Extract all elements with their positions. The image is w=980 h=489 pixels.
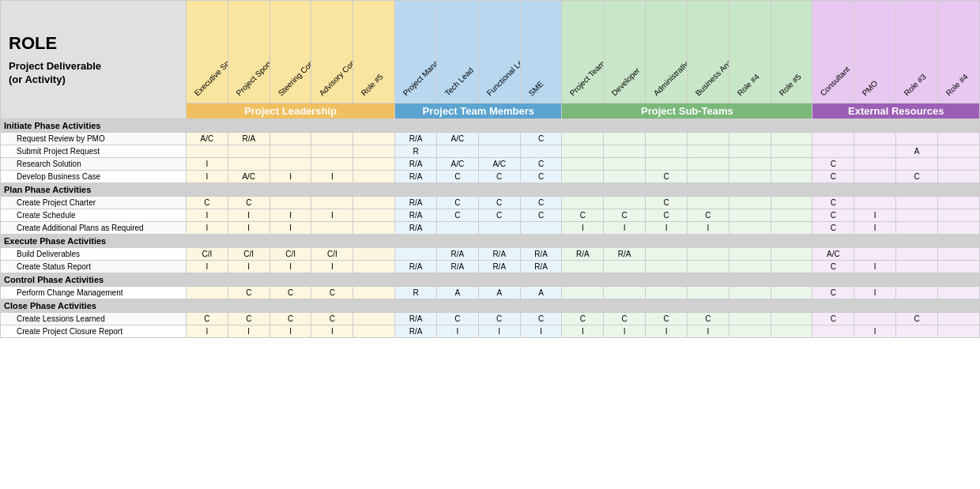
cell-value: C [812,287,854,299]
cell-value [395,248,437,261]
cell-value [729,145,771,158]
activity-name: Create Project Closure Report [1,325,187,338]
cell-value [687,145,729,158]
cell-value [646,158,688,171]
cell-value [771,145,812,158]
cell-value: C [812,313,854,325]
cell-value [353,313,395,325]
cell-value [896,222,938,235]
cell-value [729,287,771,299]
group-leadership: Project Leadership [187,103,395,119]
cell-value [353,158,395,171]
cell-value [937,145,979,158]
cell-value: C [270,313,311,325]
cell-value [311,133,353,145]
cell-value [854,248,896,261]
table-row: Create Project CharterCCR/ACCCCC [1,197,980,209]
cell-value: C [812,209,854,222]
cell-value [771,313,812,325]
cell-value [896,209,938,222]
cell-value: C [520,158,562,171]
cell-value: I [187,171,228,183]
cell-value: I [270,325,311,338]
cell-value [729,325,771,338]
cell-value [771,325,812,338]
col-header-tech-lead: Tech Lead [436,1,478,103]
cell-value: I [646,325,688,338]
activity-name: Submit Project Request [1,145,187,158]
cell-value [436,145,478,158]
cell-value [896,197,938,209]
cell-value: I [270,209,311,222]
activity-name: Develop Business Case [1,171,187,183]
cell-value: R/A [562,248,604,261]
cell-value: R/A [395,209,437,222]
activity-name: Create Project Charter [1,197,187,209]
cell-value [937,313,979,325]
cell-value: C [520,197,562,209]
col-header-pm: Project Manager [395,1,437,103]
cell-value: R/A [478,248,520,261]
col-header-role5-s: Role #5 [771,1,812,103]
cell-value: I [646,222,688,235]
table-row: Create ScheduleIIIIR/ACCCCCCCCI [1,209,980,222]
cell-value [353,145,395,158]
role-title: ROLE [9,32,178,55]
cell-value: I [187,325,228,338]
cell-value: I [854,209,896,222]
cell-value [562,133,604,145]
cell-value [604,145,646,158]
cell-value: R/A [395,325,437,338]
cell-value [729,197,771,209]
cell-value [646,261,688,273]
cell-value [771,158,812,171]
cell-value: C [436,313,478,325]
cell-value: C [478,171,520,183]
cell-value: I [436,325,478,338]
cell-value [729,222,771,235]
cell-value [187,287,228,299]
cell-value: C [896,313,938,325]
cell-value: R/A [436,248,478,261]
cell-value [478,145,520,158]
col-header-admin: Administrative Support [646,1,688,103]
cell-value [687,158,729,171]
cell-value: I [311,261,353,273]
cell-value: I [854,287,896,299]
cell-value [353,287,395,299]
col-header-role5-l: Role #5 [353,1,395,103]
cell-value [562,261,604,273]
cell-value: C [687,313,729,325]
cell-value: C [436,171,478,183]
activity-name: Research Solution [1,158,187,171]
cell-value [896,133,938,145]
cell-value: C [436,209,478,222]
cell-value: I [228,209,270,222]
cell-value [353,209,395,222]
cell-value [687,197,729,209]
cell-value: C/I [270,248,311,261]
cell-value [687,133,729,145]
cell-value: R/A [228,133,270,145]
col-header-proj-sponsor: Project Sponsor [228,1,270,103]
cell-value [771,133,812,145]
cell-value [937,209,979,222]
cell-value: I [854,325,896,338]
cell-value: I [854,222,896,235]
cell-value: R/A [520,248,562,261]
cell-value: R/A [478,261,520,273]
cell-value: C [436,197,478,209]
col-header-ba: Business Analyst [687,1,729,103]
col-header-consultant: Consultant [812,1,854,103]
cell-value: R/A [436,261,478,273]
cell-value: I [187,209,228,222]
cell-value: C [646,313,688,325]
cell-value: I [604,222,646,235]
cell-value: C [646,197,688,209]
cell-value [896,248,938,261]
cell-value: C [812,261,854,273]
cell-value: I [228,325,270,338]
cell-value [729,171,771,183]
cell-value: I [187,261,228,273]
cell-value: I [854,261,896,273]
